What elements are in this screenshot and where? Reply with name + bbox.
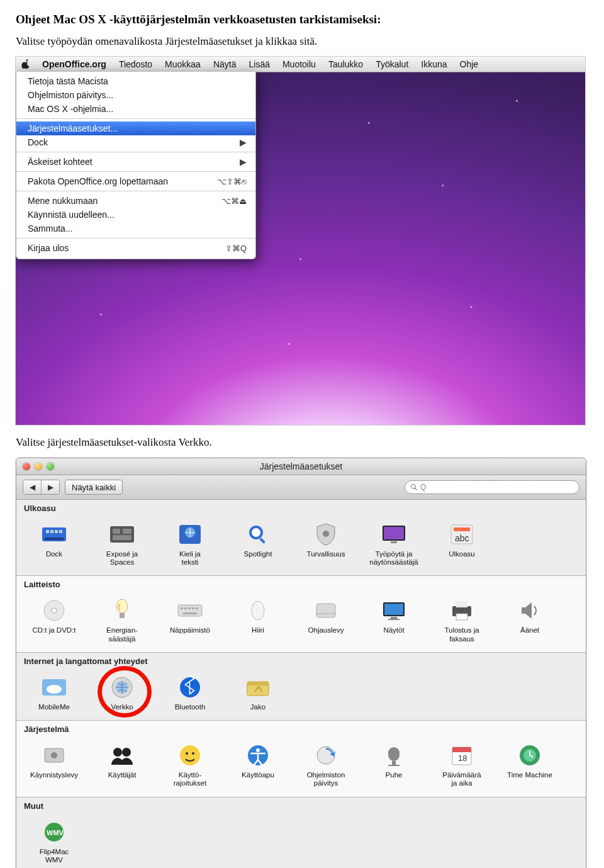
- menubar-item-muokkaa[interactable]: Muokkaa: [159, 59, 207, 69]
- pref-item-label: Energian- säästäjä: [91, 626, 154, 643]
- pref-item-energy[interactable]: Energian- säästäjä: [88, 593, 156, 645]
- pref-item-trackpad[interactable]: Ohjauslevy: [292, 593, 360, 645]
- flip4mac-icon: WMV: [38, 818, 70, 846]
- search-field[interactable]: Q: [405, 480, 579, 494]
- menubar-item-muotoilu[interactable]: Muotoilu: [276, 59, 322, 69]
- svg-rect-22: [454, 527, 470, 531]
- icon-row: CD:t ja DVD:tEnergian- säästäjäNäppäimis…: [16, 589, 586, 651]
- menubar-item-lisää[interactable]: Lisää: [242, 59, 276, 69]
- pref-item-users[interactable]: Käyttäjät: [88, 738, 156, 790]
- spotlight-icon: [242, 521, 274, 548]
- menu-item[interactable]: Mene nukkumaan⌥⌘⏏: [16, 194, 255, 208]
- forward-button[interactable]: ▶: [41, 480, 59, 494]
- section-header: Muut: [16, 798, 586, 811]
- pref-item-desktop[interactable]: Työpöytä ja näytönsäästäjä: [360, 517, 428, 569]
- menu-item[interactable]: Dock▶: [16, 135, 255, 149]
- menu-item[interactable]: Kirjaa ulos⇧⌘Q: [16, 241, 255, 255]
- pref-item-datetime[interactable]: 18Päivämäärä ja aika: [428, 738, 496, 790]
- pref-item-swupdate[interactable]: Ohjelmiston päivitys: [292, 738, 360, 790]
- svg-rect-27: [120, 613, 125, 618]
- menu-item[interactable]: Mac OS X -ohjelmia...: [16, 102, 255, 116]
- section-header: Järjestelmä: [16, 721, 586, 734]
- pref-item-sharing[interactable]: Jako: [224, 670, 292, 714]
- mobileme-icon: [38, 674, 70, 701]
- svg-rect-29: [181, 607, 183, 609]
- menubar-item-taulukko[interactable]: Taulukko: [322, 59, 369, 69]
- pref-item-label: Jako: [226, 703, 289, 711]
- pref-item-label: Päivämäärä ja aika: [430, 771, 493, 787]
- pref-item-displays[interactable]: Näytöt: [360, 593, 428, 645]
- pref-item-spotlight[interactable]: Spotlight: [224, 517, 292, 569]
- svg-rect-20: [391, 541, 397, 543]
- pref-item-sound[interactable]: Äänet: [496, 593, 564, 645]
- svg-rect-39: [384, 604, 403, 615]
- svg-rect-4: [46, 530, 49, 533]
- menu-separator: [16, 152, 255, 152]
- show-all-button[interactable]: Näytä kaikki: [65, 480, 123, 495]
- pref-item-label: Näppäimistö: [159, 626, 221, 634]
- pref-item-startup[interactable]: Käynnistyslevy: [20, 738, 88, 790]
- pref-item-speech[interactable]: Puhe: [360, 738, 428, 790]
- pref-item-access[interactable]: Käyttöapu: [224, 738, 292, 790]
- svg-point-17: [323, 531, 329, 537]
- svg-point-25: [52, 608, 57, 613]
- cds-icon: [38, 597, 70, 624]
- sharing-icon: [242, 674, 274, 701]
- pref-item-mobileme[interactable]: MobileMe: [20, 670, 88, 714]
- trackpad-icon: [310, 597, 342, 624]
- swupdate-icon: [310, 741, 342, 769]
- menubar-app-name[interactable]: OpenOffice.org: [36, 59, 113, 69]
- svg-text:WMV: WMV: [47, 829, 64, 837]
- svg-rect-64: [388, 765, 400, 766]
- screenshot-apple-menu: OpenOffice.org TiedostoMuokkaaNäytäLisää…: [16, 57, 585, 425]
- pref-item-timemachine[interactable]: Time Machine: [496, 738, 564, 790]
- pref-item-bluetooth[interactable]: Bluetooth: [156, 670, 224, 714]
- pref-item-print[interactable]: Tulostus ja faksaus: [428, 593, 496, 645]
- pref-item-label: Spotlight: [226, 550, 289, 558]
- pref-item-label: CD:t ja DVD:t: [23, 626, 86, 634]
- svg-text:abc: abc: [455, 533, 469, 543]
- menu-shortcut: ⇧⌘Q: [225, 244, 247, 253]
- access-icon: [242, 741, 274, 769]
- nav-segment: ◀ ▶: [23, 480, 60, 495]
- pref-item-expose[interactable]: Exposé ja Spaces: [88, 517, 156, 569]
- svg-rect-11: [113, 535, 131, 540]
- menu-item[interactable]: Sammuta...: [16, 222, 255, 235]
- menu-item[interactable]: Tietoja tästä Macista: [16, 74, 255, 88]
- menubar-item-ohje[interactable]: Ohje: [454, 59, 485, 69]
- menu-item[interactable]: Äskeiset kohteet▶: [16, 155, 255, 169]
- menu-item[interactable]: Käynnistä uudelleen...: [16, 208, 255, 222]
- menu-item-label: Sammuta...: [28, 223, 73, 234]
- menubar-item-näytä[interactable]: Näytä: [207, 59, 243, 69]
- back-button[interactable]: ◀: [23, 480, 41, 494]
- pref-item-label: Flip4Mac WMV: [23, 848, 86, 864]
- pref-item-lang[interactable]: Kieli ja teksti: [156, 517, 224, 569]
- svg-rect-41: [388, 619, 400, 620]
- menu-item[interactable]: Ohjelmiston päivitys...: [16, 88, 255, 102]
- pref-item-flip4mac[interactable]: WMVFlip4Mac WMV: [20, 814, 88, 867]
- apple-menu-icon[interactable]: [16, 59, 36, 70]
- menubar-item-työkalut[interactable]: Työkalut: [369, 59, 415, 69]
- menu-item[interactable]: Järjestelmäasetukset...: [16, 121, 255, 135]
- menubar-item-tiedosto[interactable]: Tiedosto: [113, 59, 159, 69]
- prefs-section: Internet ja langattomat yhteydetMobileMe…: [16, 653, 586, 721]
- pref-item-security[interactable]: Turvallisuus: [292, 517, 360, 569]
- pref-item-mouse[interactable]: Hiiri: [224, 593, 292, 645]
- pref-item-label: Hiiri: [226, 626, 289, 634]
- search-placeholder: Q: [420, 483, 426, 492]
- pref-item-dock[interactable]: Dock: [20, 517, 88, 569]
- menubar-item-ikkuna[interactable]: Ikkuna: [415, 59, 453, 69]
- menu-item[interactable]: Pakota OpenOffice.org lopettamaan⌥⇧⌘⎋: [16, 174, 255, 188]
- svg-rect-8: [110, 526, 134, 543]
- pref-item-appearance[interactable]: abcUlkoasu: [428, 517, 496, 569]
- pref-item-label: Turvallisuus: [294, 550, 357, 558]
- pref-item-keyboard[interactable]: Näppäimistö: [156, 593, 224, 645]
- pref-item-cds[interactable]: CD:t ja DVD:t: [20, 593, 88, 645]
- svg-rect-32: [192, 607, 194, 609]
- pref-item-network[interactable]: Verkko: [88, 670, 156, 714]
- pref-item-parental[interactable]: Käyttö- rajoitukset: [156, 738, 224, 790]
- pref-item-label: Äänet: [498, 626, 561, 634]
- prefs-section: LaitteistoCD:t ja DVD:tEnergian- säästäj…: [16, 576, 586, 652]
- pref-item-label: Time Machine: [498, 771, 561, 779]
- svg-point-56: [180, 745, 200, 765]
